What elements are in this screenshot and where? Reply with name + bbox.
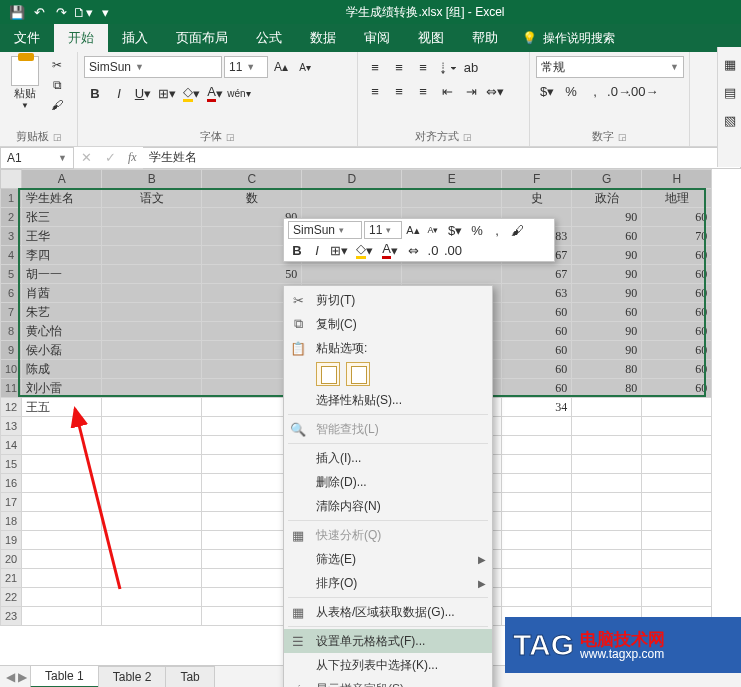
cell[interactable]: 60 bbox=[642, 341, 712, 360]
tab-formulas[interactable]: 公式 bbox=[242, 24, 296, 52]
row-header[interactable]: 22 bbox=[1, 588, 22, 607]
ctx-clear[interactable]: 清除内容(N) bbox=[284, 494, 492, 518]
row-header[interactable]: 1 bbox=[1, 189, 22, 208]
row-header[interactable]: 13 bbox=[1, 417, 22, 436]
row-header[interactable]: 8 bbox=[1, 322, 22, 341]
cell[interactable] bbox=[102, 360, 202, 379]
paste-button[interactable]: 粘贴 ▼ bbox=[6, 56, 44, 110]
col-header[interactable]: A bbox=[22, 170, 102, 189]
cell[interactable] bbox=[642, 436, 712, 455]
tab-home[interactable]: 开始 bbox=[54, 24, 108, 52]
cancel-formula-icon[interactable]: ✕ bbox=[74, 147, 98, 169]
cell[interactable] bbox=[572, 417, 642, 436]
row-header[interactable]: 2 bbox=[1, 208, 22, 227]
align-top-icon[interactable]: ≡ bbox=[364, 56, 386, 78]
ctx-from-table[interactable]: ▦从表格/区域获取数据(G)... bbox=[284, 600, 492, 624]
ctx-copy[interactable]: ⧉复制(C) bbox=[284, 312, 492, 336]
align-bottom-icon[interactable]: ≡ bbox=[412, 56, 434, 78]
cell[interactable] bbox=[642, 398, 712, 417]
col-header[interactable]: B bbox=[102, 170, 202, 189]
cell[interactable]: 60 bbox=[642, 360, 712, 379]
cell[interactable] bbox=[572, 455, 642, 474]
tab-review[interactable]: 审阅 bbox=[350, 24, 404, 52]
mini-fill-color-icon[interactable]: ◇▾ bbox=[352, 241, 376, 259]
ctx-paste-special[interactable]: 选择性粘贴(S)... bbox=[284, 388, 492, 412]
col-header[interactable]: C bbox=[202, 170, 302, 189]
redo-icon[interactable]: ↷ bbox=[50, 2, 72, 22]
increase-indent-icon[interactable]: ⇥ bbox=[460, 80, 482, 102]
cell[interactable] bbox=[572, 588, 642, 607]
col-header[interactable]: H bbox=[642, 170, 712, 189]
tab-pagelayout[interactable]: 页面布局 bbox=[162, 24, 242, 52]
row-header[interactable]: 5 bbox=[1, 265, 22, 284]
cell[interactable]: 数 bbox=[202, 189, 302, 208]
cell[interactable] bbox=[502, 531, 572, 550]
cell[interactable]: 李四 bbox=[22, 246, 102, 265]
underline-button[interactable]: U▾ bbox=[132, 82, 154, 104]
tab-file[interactable]: 文件 bbox=[0, 24, 54, 52]
touch-mode-icon[interactable]: 🗋▾ bbox=[72, 2, 94, 22]
cell-style-icon[interactable]: ▧ bbox=[719, 109, 741, 131]
col-header[interactable]: E bbox=[402, 170, 502, 189]
mini-merge-icon[interactable]: ⇔ bbox=[404, 241, 422, 259]
ctx-insert[interactable]: 插入(I)... bbox=[284, 446, 492, 470]
cell[interactable] bbox=[102, 227, 202, 246]
mini-grow-font-icon[interactable]: A▴ bbox=[404, 221, 422, 239]
ctx-filter[interactable]: 筛选(E)▶ bbox=[284, 547, 492, 571]
col-header[interactable]: D bbox=[302, 170, 402, 189]
cell[interactable]: 史 bbox=[502, 189, 572, 208]
cell[interactable]: 90 bbox=[572, 341, 642, 360]
cell[interactable]: 60 bbox=[502, 341, 572, 360]
ctx-smart-lookup[interactable]: 🔍智能查找(L) bbox=[284, 417, 492, 441]
cell[interactable]: 90 bbox=[572, 322, 642, 341]
cell[interactable]: 90 bbox=[572, 265, 642, 284]
ctx-show-phonetic[interactable]: wén显示拼音字段(S) bbox=[284, 677, 492, 687]
mini-font-color-icon[interactable]: A▾ bbox=[378, 241, 402, 259]
mini-format-painter-icon[interactable]: 🖌 bbox=[508, 221, 526, 239]
cell[interactable]: 学生姓名 bbox=[22, 189, 102, 208]
align-right-icon[interactable]: ≡ bbox=[412, 80, 434, 102]
cell[interactable]: 张三 bbox=[22, 208, 102, 227]
sheet-tab-1[interactable]: Table 1 bbox=[30, 665, 99, 687]
format-painter-icon[interactable]: 🖌 bbox=[48, 96, 66, 114]
row-header[interactable]: 21 bbox=[1, 569, 22, 588]
row-header[interactable]: 7 bbox=[1, 303, 22, 322]
cell[interactable] bbox=[502, 493, 572, 512]
cell[interactable] bbox=[102, 322, 202, 341]
cell[interactable] bbox=[302, 189, 402, 208]
cell[interactable]: 70 bbox=[642, 227, 712, 246]
cell[interactable]: 60 bbox=[572, 227, 642, 246]
row-header[interactable]: 11 bbox=[1, 379, 22, 398]
mini-size-combo[interactable]: 11▾ bbox=[364, 221, 402, 239]
decrease-font-icon[interactable]: A▾ bbox=[294, 56, 316, 78]
fx-icon[interactable]: fx bbox=[122, 150, 143, 165]
table-style-icon[interactable]: ▤ bbox=[719, 81, 741, 103]
cell[interactable] bbox=[642, 512, 712, 531]
ctx-delete[interactable]: 删除(D)... bbox=[284, 470, 492, 494]
cell[interactable] bbox=[572, 436, 642, 455]
cell[interactable]: 60 bbox=[572, 303, 642, 322]
cell[interactable]: 34 bbox=[502, 398, 572, 417]
cell[interactable] bbox=[402, 265, 502, 284]
cell[interactable]: 60 bbox=[502, 379, 572, 398]
cond-format-icon[interactable]: ▦ bbox=[719, 53, 741, 75]
cell[interactable] bbox=[572, 550, 642, 569]
align-launcher-icon[interactable]: ◲ bbox=[463, 132, 472, 142]
cell[interactable]: 60 bbox=[642, 265, 712, 284]
clipboard-launcher-icon[interactable]: ◲ bbox=[53, 132, 62, 142]
cell[interactable]: 60 bbox=[502, 360, 572, 379]
row-header[interactable]: 23 bbox=[1, 607, 22, 626]
font-launcher-icon[interactable]: ◲ bbox=[226, 132, 235, 142]
cell[interactable] bbox=[102, 265, 202, 284]
increase-font-icon[interactable]: A▴ bbox=[270, 56, 292, 78]
accounting-format-icon[interactable]: $▾ bbox=[536, 80, 558, 102]
cell[interactable] bbox=[502, 550, 572, 569]
cell[interactable] bbox=[572, 512, 642, 531]
tell-me[interactable]: 💡 操作说明搜索 bbox=[512, 24, 625, 52]
cell[interactable] bbox=[502, 436, 572, 455]
tab-data[interactable]: 数据 bbox=[296, 24, 350, 52]
cell[interactable] bbox=[572, 493, 642, 512]
cell[interactable]: 王华 bbox=[22, 227, 102, 246]
mini-percent-icon[interactable]: % bbox=[468, 221, 486, 239]
row-header[interactable]: 12 bbox=[1, 398, 22, 417]
